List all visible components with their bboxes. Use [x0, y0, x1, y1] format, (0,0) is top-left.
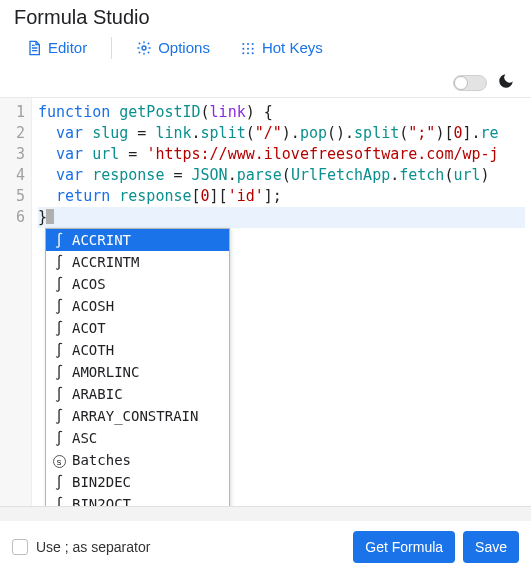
svg-point-2: [247, 43, 249, 45]
app-title: Formula Studio: [0, 0, 531, 31]
autocomplete-label: ARRAY_CONSTRAIN: [72, 408, 198, 424]
autocomplete-label: Batches: [72, 452, 131, 468]
line-number: 4: [4, 165, 25, 186]
function-icon: ∫: [52, 320, 66, 336]
function-icon: ∫: [52, 364, 66, 380]
function-icon: ∫: [52, 408, 66, 424]
gear-icon: [136, 40, 152, 56]
function-icon: ∫: [52, 298, 66, 314]
autocomplete-item[interactable]: ∫ACCRINTM: [46, 251, 229, 273]
code-lines[interactable]: function getPostID(link) { var slug = li…: [32, 98, 531, 232]
code-line[interactable]: var response = JSON.parse(UrlFetchApp.fe…: [38, 165, 525, 186]
line-number: 2: [4, 123, 25, 144]
function-icon: ∫: [52, 474, 66, 490]
function-icon: ∫: [52, 232, 66, 248]
autocomplete-item[interactable]: ∫ACCRINT: [46, 229, 229, 251]
autocomplete-label: ACOT: [72, 320, 106, 336]
function-icon: ∫: [52, 430, 66, 446]
code-line[interactable]: var url = 'https://www.ilovefreesoftware…: [38, 144, 525, 165]
autocomplete-item[interactable]: ∫ARABIC: [46, 383, 229, 405]
svg-point-4: [242, 47, 244, 49]
autocomplete-label: ACOS: [72, 276, 106, 292]
svg-point-5: [247, 47, 249, 49]
tab-label: Hot Keys: [262, 39, 323, 56]
autocomplete-label: ACCRINTM: [72, 254, 139, 270]
separator: [111, 37, 112, 59]
autocomplete-label: ARABIC: [72, 386, 123, 402]
svg-point-8: [247, 52, 249, 54]
moon-icon: [497, 72, 515, 93]
line-number: 1: [4, 102, 25, 123]
tab-label: Options: [158, 39, 210, 56]
cursor: [46, 209, 54, 224]
code-line[interactable]: function getPostID(link) {: [38, 102, 525, 123]
line-number: 5: [4, 186, 25, 207]
autocomplete-item[interactable]: ∫BIN2DEC: [46, 471, 229, 493]
autocomplete-item[interactable]: ∫ACOSH: [46, 295, 229, 317]
autocomplete-item[interactable]: ∫ACOT: [46, 317, 229, 339]
function-icon: ∫: [52, 386, 66, 402]
autocomplete-label: ASC: [72, 430, 97, 446]
svg-point-0: [142, 46, 146, 50]
autocomplete-label: ACOTH: [72, 342, 114, 358]
autocomplete-item[interactable]: ∫BIN2OCT: [46, 493, 229, 506]
svg-point-7: [242, 52, 244, 54]
autocomplete-item[interactable]: ∫ASC: [46, 427, 229, 449]
toggle-knob: [454, 76, 468, 90]
autocomplete-item[interactable]: ∫ACOTH: [46, 339, 229, 361]
line-gutter: 123456: [0, 98, 32, 506]
tab-options[interactable]: Options: [130, 35, 216, 60]
autocomplete-popup[interactable]: ∫ACCRINT∫ACCRINTM∫ACOS∫ACOSH∫ACOT∫ACOTH∫…: [45, 228, 230, 506]
svg-point-3: [252, 43, 254, 45]
function-icon: ∫: [52, 254, 66, 270]
theme-row: [0, 66, 531, 97]
autocomplete-item[interactable]: ∫ARRAY_CONSTRAIN: [46, 405, 229, 427]
autocomplete-label: AMORLINC: [72, 364, 139, 380]
code-area[interactable]: function getPostID(link) { var slug = li…: [32, 98, 531, 506]
separator-label: Use ; as separator: [36, 539, 150, 555]
line-number: 6: [4, 207, 25, 228]
grid-icon: [240, 40, 256, 56]
get-formula-button[interactable]: Get Formula: [353, 531, 455, 563]
tab-bar: Editor Options Hot Keys: [0, 31, 531, 66]
autocomplete-label: ACOSH: [72, 298, 114, 314]
svg-point-6: [252, 47, 254, 49]
autocomplete-label: BIN2OCT: [72, 496, 131, 506]
script-icon: s: [52, 452, 66, 468]
theme-toggle[interactable]: [453, 75, 487, 91]
autocomplete-item[interactable]: ∫AMORLINC: [46, 361, 229, 383]
function-icon: ∫: [52, 276, 66, 292]
save-button[interactable]: Save: [463, 531, 519, 563]
footer: Use ; as separator Get Formula Save: [0, 521, 531, 573]
autocomplete-label: BIN2DEC: [72, 474, 131, 490]
function-icon: ∫: [52, 342, 66, 358]
function-icon: ∫: [52, 496, 66, 506]
svg-point-1: [242, 43, 244, 45]
line-number: 3: [4, 144, 25, 165]
tab-editor[interactable]: Editor: [20, 35, 93, 60]
separator-checkbox[interactable]: [12, 539, 28, 555]
svg-point-9: [252, 52, 254, 54]
autocomplete-item[interactable]: sBatches: [46, 449, 229, 471]
code-line[interactable]: }: [38, 207, 525, 228]
document-icon: [26, 40, 42, 56]
tab-hotkeys[interactable]: Hot Keys: [234, 35, 329, 60]
autocomplete-label: ACCRINT: [72, 232, 131, 248]
code-line[interactable]: var slug = link.split("/").pop().split("…: [38, 123, 525, 144]
tab-label: Editor: [48, 39, 87, 56]
horizontal-scrollbar[interactable]: [0, 506, 531, 521]
code-editor[interactable]: 123456 function getPostID(link) { var sl…: [0, 97, 531, 506]
code-line[interactable]: return response[0]['id'];: [38, 186, 525, 207]
autocomplete-item[interactable]: ∫ACOS: [46, 273, 229, 295]
